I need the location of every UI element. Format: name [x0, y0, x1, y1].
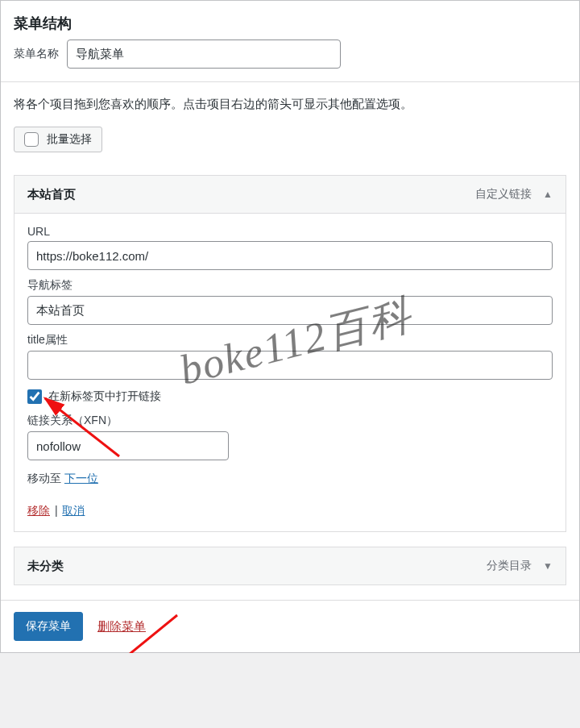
menu-item-type-label: 自定义链接 [475, 187, 532, 202]
bulk-select-checkbox-icon [24, 132, 39, 147]
menu-item: 未分类 分类目录 ▼ [14, 547, 566, 585]
menu-item-title: 未分类 [27, 559, 64, 574]
menu-name-label: 菜单名称 [14, 47, 59, 61]
menu-name-input[interactable] [67, 40, 341, 69]
url-input[interactable] [27, 241, 553, 270]
remove-link[interactable]: 移除 [27, 504, 50, 517]
menu-item-header[interactable]: 本站首页 自定义链接 ▲ [14, 175, 566, 214]
menu-item-meta: 分类目录 ▼ [487, 559, 553, 573]
nav-label-field: 导航标签 [27, 278, 553, 325]
separator: | [55, 504, 58, 517]
move-row: 移动至 下一位 [27, 472, 553, 486]
new-tab-label: 在新标签页中打开链接 [48, 389, 161, 404]
chevron-up-icon: ▲ [543, 189, 553, 200]
section-title: 菜单结构 [14, 14, 566, 33]
instructions-text: 将各个项目拖到您喜欢的顺序。点击项目右边的箭头可显示其他配置选项。 [14, 97, 566, 112]
delete-menu-link[interactable]: 删除菜单 [97, 619, 146, 634]
title-attr-label: title属性 [27, 333, 553, 347]
cancel-link[interactable]: 取消 [62, 504, 85, 517]
bulk-select-wrap: 批量选择 [14, 127, 566, 152]
save-menu-button[interactable]: 保存菜单 [14, 612, 83, 641]
menu-item: 本站首页 自定义链接 ▲ URL 导航标签 title属性 [14, 175, 566, 532]
menu-item-body: URL 导航标签 title属性 在新标签页中打开链接 链接关系（XFN） [14, 214, 566, 532]
body-section: 将各个项目拖到您喜欢的顺序。点击项目右边的箭头可显示其他配置选项。 批量选择 本… [1, 82, 579, 585]
menu-item-header[interactable]: 未分类 分类目录 ▼ [14, 547, 566, 585]
move-label: 移动至 [27, 472, 61, 485]
url-label: URL [27, 225, 553, 238]
bulk-select-label: 批量选择 [47, 132, 92, 147]
menu-name-row: 菜单名称 [1, 40, 579, 82]
menu-item-type-label: 分类目录 [487, 559, 532, 573]
nav-label-label: 导航标签 [27, 278, 553, 293]
section-header: 菜单结构 [1, 1, 579, 40]
new-tab-checkbox[interactable] [27, 389, 42, 404]
url-field: URL [27, 225, 553, 270]
menu-item-title: 本站首页 [27, 187, 76, 202]
bulk-select-button[interactable]: 批量选择 [14, 127, 102, 152]
menu-item-meta: 自定义链接 ▲ [475, 187, 553, 202]
footer-bar: 保存菜单 删除菜单 [1, 600, 579, 652]
menu-structure-panel: 菜单结构 菜单名称 将各个项目拖到您喜欢的顺序。点击项目右边的箭头可显示其他配置… [0, 0, 580, 653]
move-next-link[interactable]: 下一位 [64, 472, 98, 485]
item-actions-row: 移除 | 取消 [27, 504, 553, 518]
nav-label-input[interactable] [27, 296, 553, 325]
xfn-label: 链接关系（XFN） [27, 414, 553, 428]
title-attr-field: title属性 [27, 333, 553, 380]
chevron-down-icon: ▼ [543, 560, 553, 572]
xfn-input[interactable] [27, 431, 229, 460]
xfn-field: 链接关系（XFN） [27, 414, 553, 460]
new-tab-row: 在新标签页中打开链接 [27, 389, 553, 404]
title-attr-input[interactable] [27, 351, 553, 380]
